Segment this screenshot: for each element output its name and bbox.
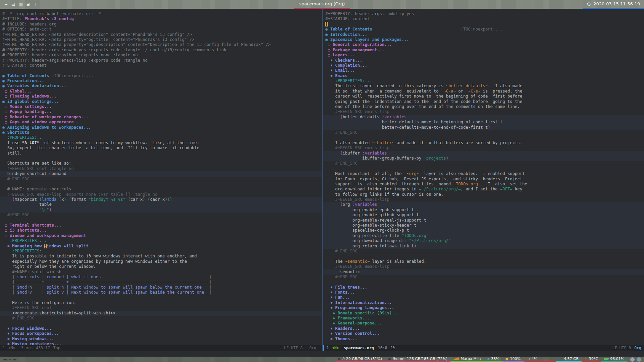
buffer-line: #+END_SRC [0, 213, 322, 218]
text-segment: cursor will respectively first move to t… [325, 94, 522, 99]
module-disk-root[interactable]: ●/: 29 GB/98 GB (31%) [335, 357, 385, 362]
layout-split-icon[interactable]: ⊞ [26, 2, 30, 7]
module-music[interactable]: ▂▅▇Marpa Mila [450, 357, 484, 362]
buffer-line: ◉ Assigning windows to workspaces... [0, 125, 322, 130]
text-segment: right or below the current window. [2, 264, 96, 269]
text-segment [56, 197, 59, 202]
buffer-line: #+BEGIN_SRC emacs-lisp [323, 264, 644, 269]
text-segment: org-enable-reveal-js-support t [325, 218, 426, 223]
buffer-line: org-enable-github-support t [323, 213, 644, 218]
module-brightness[interactable]: ●100% [502, 357, 524, 362]
text-segment: #+PROPERTY: header-args :noweb yes :expo… [2, 48, 226, 52]
echo-area[interactable] [0, 351, 644, 357]
buffer-line: I also enabled ~ibuffer~ and made it so … [323, 140, 644, 145]
text-segment: ○ Floating windows... [2, 94, 56, 99]
module-memory[interactable]: ●4.57 GB [556, 357, 582, 362]
text-segment: 'projects [424, 156, 446, 161]
battery-icon [604, 358, 608, 360]
memory-icon: ● [559, 357, 562, 361]
buffer-line: ∗ Email... [323, 68, 644, 73]
text-segment: of shortcuts when it comes to my workflo… [39, 140, 199, 145]
layout-stacked-icon[interactable]: ▤ [11, 2, 15, 7]
next-track-icon[interactable]: ▶▶ [13, 358, 16, 361]
module-battery[interactable]: 96.01% [601, 357, 627, 362]
text-segment: org-enable-epub-support t [325, 207, 414, 212]
buffer-window-spacemacs-org[interactable]: #+PROPERTY: header-args: :mkdirp yes#+ST… [323, 9, 644, 345]
buffer-line: The ~semantic~ layer is also enabled. [323, 259, 644, 264]
buffer-line: ∗ Focus workspaces... [0, 331, 322, 336]
text-segment: Shortcuts are set like so: [2, 161, 71, 166]
discord-tray-icon[interactable] [630, 357, 635, 362]
previous-track-icon[interactable]: ◀◀ [3, 358, 6, 361]
text-segment: org-enable-sticky-header t [325, 223, 417, 228]
text-segment: ) [165, 197, 167, 202]
text-segment: ) [414, 244, 416, 248]
text-segment: ~C-a~ [443, 89, 456, 94]
buffer-line [0, 156, 322, 161]
buffer-line: #+NAME: split-win-sh [0, 269, 322, 275]
text-segment: #+END_SRC [325, 275, 357, 279]
plus-icon[interactable]: + [34, 2, 37, 7]
text-segment: ( [12, 197, 14, 202]
text-segment: lambda [42, 197, 56, 202]
text-segment: :PROPERTIES:... [2, 135, 44, 140]
text-segment: #+OPTIONS: auto-id:t [2, 27, 52, 32]
active-window-title[interactable]: spacemacs.org (Org) [294, 0, 350, 9]
text-segment: mapconcat [15, 197, 39, 202]
buffer-line: | shortcuts | command | what it does | [0, 275, 322, 280]
module-value: /home: 126 GB/185 GB (72%) [393, 357, 447, 361]
text-segment: ) [446, 156, 448, 161]
cpu-icon: □ [527, 357, 530, 361]
text-segment: ∗ Focus windows... [2, 326, 52, 331]
buffer-line: ◉ Introduction... [323, 32, 644, 37]
text-segment [325, 202, 340, 207]
clock-widget[interactable]: 2020-03-15 11-56-19 [583, 0, 644, 9]
text-segment: ~better-defaults~ [446, 83, 488, 88]
telegram-tray-icon[interactable] [637, 357, 641, 362]
buffer-line: So, expect this chapter to be a bit long… [0, 145, 322, 150]
text-segment: :PROPERTIES:... [2, 238, 47, 243]
text-segment: . I also made [488, 83, 522, 88]
buffer-line: #+BEGIN_SRC emacs-lisp [323, 145, 644, 150]
text-segment: layer is also enabled. I enabled support [419, 171, 525, 176]
module-temperature[interactable]: ▎39°C [582, 357, 601, 362]
text-segment: "bindsym %s %s" [89, 197, 125, 202]
text-segment: ~TODOs.org~ [453, 182, 481, 186]
text-segment: ~semantic~ [345, 259, 370, 264]
text-segment: #+PROPERTY: header-args: :mkdirp yes [325, 11, 414, 16]
buffer-line: org-download folder for images in =~/Pic… [323, 187, 644, 192]
text-segment: ∗ Checkers... [325, 58, 362, 63]
text-segment: ∗ Emacs [325, 73, 347, 78]
text-segment: bindsym shortcut command [2, 171, 66, 176]
text-segment: #+BEGIN_SRC emacs-lisp [325, 197, 389, 202]
text-segment: ◉ i3 global settings... [2, 99, 59, 104]
text-segment: #+NAME: generate-shortcuts [2, 187, 71, 191]
text-segment: =RET= [500, 187, 513, 191]
buffer-line: I use *A LOT* of shortcuts when it comes… [0, 140, 322, 145]
buffer-line: ○ Behavior of workspace changes... [0, 115, 322, 120]
layout-tabbed-icon[interactable]: ▥ [19, 2, 22, 7]
text-segment: ○ Window and workspace management [2, 233, 86, 238]
text-segment: org-return-follows-link t [325, 244, 414, 248]
encoding-label: LF UTF-8 [284, 346, 303, 350]
buffer-line: ◉ Variables declaration... [0, 83, 322, 88]
buffer-line: (mapconcat (lambda (x) (format "bindsym … [0, 197, 322, 202]
text-segment: #+HTML_HEAD_EXTRA: <meta name="descripti… [2, 32, 192, 37]
text-segment: better-defaults-move-to-beginning-of-cod… [325, 120, 502, 124]
text-segment: ∗ Themes... [325, 337, 357, 341]
module-cpu[interactable]: □4% ________ [524, 357, 556, 362]
buffer-line: #+BEGIN_SRC emacs-lisp :exports none :va… [0, 192, 322, 197]
text-segment: org [342, 202, 352, 207]
text-segment: #+BEGIN_SRC conf [2, 305, 52, 310]
module-disk-home[interactable]: ●/home: 126 GB/185 GB (72%) [385, 357, 450, 362]
minimize-icon[interactable]: − [4, 2, 8, 7]
play-icon[interactable]: ▶ [9, 358, 10, 361]
buffer-line: (better-defaults :variables [323, 115, 644, 120]
module-volume[interactable]: ◀38% [484, 357, 502, 362]
buffer-line: #+END_SRC [0, 177, 322, 182]
window-number: 1 [3, 346, 5, 350]
buffer-window-i3-org[interactable]: # -*- org-confirm-babel-evaluate: nil -*… [0, 9, 322, 345]
evil-state: <N> [8, 346, 15, 350]
buffer-line: ◉ i3 global settings... [0, 99, 322, 104]
text-segment: ◆ General-purpose... [325, 321, 382, 325]
